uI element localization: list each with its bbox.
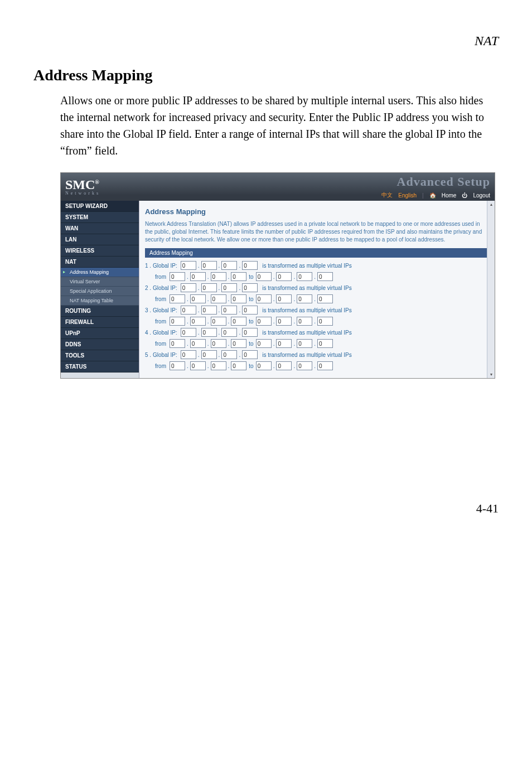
sidebar-item[interactable]: LAN bbox=[61, 234, 139, 245]
global-ip-octet[interactable] bbox=[242, 306, 258, 315]
from-ip-octet[interactable] bbox=[170, 272, 185, 281]
from-ip-octet[interactable] bbox=[190, 339, 206, 348]
global-ip-octet[interactable] bbox=[201, 306, 217, 315]
dot: . bbox=[228, 363, 230, 369]
from-ip-octet[interactable] bbox=[211, 361, 226, 370]
toplinks: 中文 English | 🏠 Home ⏻ Logout bbox=[381, 191, 490, 199]
global-ip-octet[interactable] bbox=[181, 283, 196, 292]
dot: . bbox=[238, 285, 241, 291]
body-paragraph: Allows one or more public IP addresses t… bbox=[60, 92, 499, 159]
to-ip-octet[interactable] bbox=[256, 272, 272, 281]
global-ip-octet[interactable] bbox=[201, 328, 217, 337]
main-panel: Address Mapping Network Address Translat… bbox=[139, 201, 495, 378]
global-ip-octet[interactable] bbox=[181, 306, 196, 315]
global-ip-octet[interactable] bbox=[201, 283, 217, 292]
global-ip-octet[interactable] bbox=[201, 261, 217, 270]
to-ip-octet[interactable] bbox=[276, 317, 292, 326]
to-ip-octet[interactable] bbox=[256, 294, 272, 303]
to-ip-octet[interactable] bbox=[297, 361, 312, 370]
sidebar-item[interactable]: SETUP WIZARD bbox=[61, 201, 139, 212]
from-ip-octet[interactable] bbox=[170, 317, 185, 326]
from-ip-octet[interactable] bbox=[190, 317, 206, 326]
dot: . bbox=[273, 318, 275, 325]
from-ip-octet[interactable] bbox=[170, 294, 185, 303]
sidebar-item[interactable]: NAT Mapping Table bbox=[61, 296, 139, 306]
global-ip-octet[interactable] bbox=[221, 261, 237, 270]
to-ip-octet[interactable] bbox=[256, 361, 272, 370]
to-ip-octet[interactable] bbox=[317, 317, 333, 326]
dot: . bbox=[238, 352, 241, 358]
to-ip-octet[interactable] bbox=[297, 317, 312, 326]
global-ip-octet[interactable] bbox=[242, 283, 258, 292]
from-ip-octet[interactable] bbox=[211, 272, 226, 281]
scrollbar[interactable]: ▴ ▾ bbox=[487, 201, 495, 378]
dot: . bbox=[218, 263, 221, 269]
global-ip-octet[interactable] bbox=[221, 328, 237, 337]
dot: . bbox=[293, 274, 296, 280]
global-ip-octet[interactable] bbox=[242, 261, 258, 270]
from-ip-octet[interactable] bbox=[170, 339, 185, 348]
to-label: to bbox=[249, 341, 253, 347]
sidebar-item[interactable]: Special Application bbox=[61, 287, 139, 296]
from-ip-octet[interactable] bbox=[231, 272, 246, 281]
virtual-text: is transformed as multiple virtual IPs bbox=[262, 307, 352, 313]
from-ip-octet[interactable] bbox=[190, 361, 206, 370]
to-ip-octet[interactable] bbox=[256, 317, 272, 326]
to-ip-octet[interactable] bbox=[317, 294, 333, 303]
sidebar-item[interactable]: NAT bbox=[61, 257, 139, 268]
virtual-text: is transformed as multiple virtual IPs bbox=[262, 285, 352, 291]
sidebar-item[interactable]: WIRELESS bbox=[61, 245, 139, 257]
sidebar-item[interactable]: DDNS bbox=[61, 339, 139, 350]
sidebar-item[interactable]: WAN bbox=[61, 223, 139, 234]
lang-zh-link[interactable]: 中文 bbox=[381, 191, 393, 199]
sidebar-item[interactable]: Virtual Server bbox=[61, 277, 139, 287]
to-ip-octet[interactable] bbox=[297, 272, 312, 281]
entry-num: 4 . Global IP: bbox=[145, 330, 177, 336]
global-ip-octet[interactable] bbox=[181, 261, 196, 270]
to-ip-octet[interactable] bbox=[276, 272, 292, 281]
from-to-row: from...to... bbox=[145, 317, 489, 326]
lang-en-link[interactable]: English bbox=[398, 192, 417, 199]
to-ip-octet[interactable] bbox=[297, 339, 312, 348]
from-ip-octet[interactable] bbox=[211, 317, 226, 326]
scroll-up-icon[interactable]: ▴ bbox=[490, 202, 492, 207]
to-label: to bbox=[249, 296, 253, 302]
scroll-down-icon[interactable]: ▾ bbox=[490, 372, 492, 377]
sidebar-item[interactable]: STATUS bbox=[61, 361, 139, 373]
dot: . bbox=[218, 352, 221, 358]
from-ip-octet[interactable] bbox=[231, 317, 246, 326]
to-ip-octet[interactable] bbox=[317, 361, 333, 370]
from-ip-octet[interactable] bbox=[190, 294, 206, 303]
sidebar-item[interactable]: SYSTEM bbox=[61, 212, 139, 223]
sidebar-item[interactable]: UPnP bbox=[61, 328, 139, 339]
sidebar-item[interactable]: TOOLS bbox=[61, 350, 139, 361]
sidebar-item[interactable]: ROUTING bbox=[61, 306, 139, 317]
to-ip-octet[interactable] bbox=[276, 294, 292, 303]
to-ip-octet[interactable] bbox=[256, 339, 272, 348]
home-link[interactable]: Home bbox=[442, 192, 457, 199]
to-ip-octet[interactable] bbox=[276, 361, 292, 370]
global-ip-octet[interactable] bbox=[242, 328, 258, 337]
from-ip-octet[interactable] bbox=[231, 361, 246, 370]
to-ip-octet[interactable] bbox=[317, 272, 333, 281]
global-ip-octet[interactable] bbox=[221, 283, 237, 292]
from-ip-octet[interactable] bbox=[211, 339, 226, 348]
sidebar-item[interactable]: Address Mapping bbox=[61, 268, 139, 277]
from-ip-octet[interactable] bbox=[231, 339, 246, 348]
from-ip-octet[interactable] bbox=[211, 294, 226, 303]
to-ip-octet[interactable] bbox=[276, 339, 292, 348]
global-ip-octet[interactable] bbox=[221, 306, 237, 315]
logout-link[interactable]: Logout bbox=[473, 192, 490, 199]
global-ip-octet[interactable] bbox=[242, 350, 258, 359]
from-ip-octet[interactable] bbox=[190, 272, 206, 281]
from-ip-octet[interactable] bbox=[170, 361, 185, 370]
global-ip-octet[interactable] bbox=[201, 350, 217, 359]
global-ip-octet[interactable] bbox=[181, 350, 196, 359]
global-ip-octet[interactable] bbox=[181, 328, 196, 337]
from-ip-octet[interactable] bbox=[231, 294, 246, 303]
to-ip-octet[interactable] bbox=[297, 294, 312, 303]
global-ip-octet[interactable] bbox=[221, 350, 237, 359]
sidebar-item[interactable]: FIREWALL bbox=[61, 317, 139, 328]
logout-icon: ⏻ bbox=[462, 192, 467, 199]
to-ip-octet[interactable] bbox=[317, 339, 333, 348]
